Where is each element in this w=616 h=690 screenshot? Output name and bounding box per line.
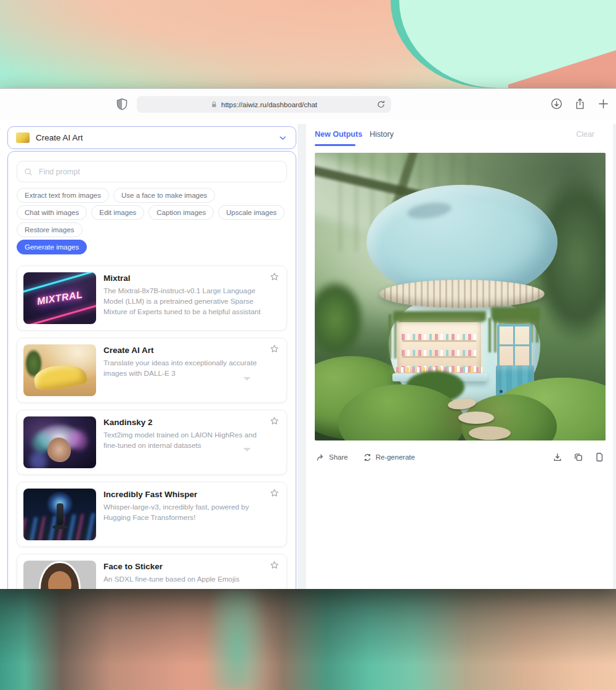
address-bar[interactable]: https://aiwiz.ru/dashboard/chat bbox=[137, 96, 391, 113]
favorite-star-icon[interactable] bbox=[269, 416, 280, 426]
list-notch bbox=[243, 377, 251, 381]
copy-icon[interactable] bbox=[573, 452, 583, 463]
share-label: Share bbox=[329, 453, 348, 461]
shelf bbox=[402, 356, 476, 358]
prompt-search[interactable] bbox=[17, 161, 287, 182]
share-button[interactable]: Share bbox=[316, 453, 348, 462]
panel-divider bbox=[298, 124, 306, 589]
clear-button[interactable]: Clear bbox=[576, 130, 594, 139]
left-leaves bbox=[315, 279, 365, 359]
model-thumbnail bbox=[23, 416, 96, 468]
hanging-plant bbox=[530, 314, 541, 343]
privacy-shield-icon[interactable] bbox=[115, 97, 129, 112]
output-actions: Share Re-generate bbox=[316, 450, 604, 464]
new-tab-plus-icon[interactable] bbox=[596, 97, 610, 110]
model-thumbnail: MIXTRAL bbox=[23, 272, 96, 324]
screen: https://aiwiz.ru/dashboard/chat bbox=[0, 0, 616, 690]
favorite-star-icon[interactable] bbox=[269, 488, 280, 498]
model-name: Kandinsky 2 bbox=[103, 418, 270, 427]
primary-chip-row: Generate images bbox=[17, 240, 287, 254]
regenerate-button[interactable]: Re-generate bbox=[363, 453, 415, 462]
tab-new-outputs[interactable]: New Outputs bbox=[315, 130, 362, 139]
outputs-panel: New Outputs History Clear bbox=[306, 120, 613, 589]
model-info: Face to Sticker An SDXL fine-tune based … bbox=[103, 561, 249, 589]
selected-model-thumbnail bbox=[16, 132, 30, 143]
filter-chips: Extract text from imagesUse a face to ma… bbox=[17, 188, 287, 237]
model-name: Mixtral bbox=[103, 274, 270, 283]
reload-icon[interactable] bbox=[376, 100, 386, 109]
selected-model-label: Create AI Art bbox=[36, 133, 272, 142]
filter-chip-active[interactable]: Generate images bbox=[17, 240, 87, 254]
right-edge-strip bbox=[613, 124, 616, 589]
chevron-down-icon bbox=[278, 133, 288, 143]
filter-chip[interactable]: Caption images bbox=[148, 205, 214, 220]
model-description: An SDXL fine-tune based on Apple Emojis bbox=[103, 574, 240, 585]
share-arrow-icon bbox=[316, 453, 325, 462]
list-notch bbox=[243, 448, 251, 452]
active-tab-underline bbox=[315, 144, 355, 146]
model-thumbnail bbox=[23, 344, 96, 396]
door-window bbox=[497, 324, 532, 368]
shelf-products bbox=[402, 350, 477, 356]
model-description: Whisper-large-v3, incredibly fast, power… bbox=[103, 502, 270, 523]
filter-chip[interactable]: Chat with images bbox=[17, 205, 87, 220]
thumbnail-text bbox=[23, 344, 96, 396]
door-knob bbox=[500, 390, 503, 393]
document-icon[interactable] bbox=[594, 452, 604, 463]
url-text: https://aiwiz.ru/dashboard/chat bbox=[221, 101, 317, 108]
model-card[interactable]: Face to Sticker An SDXL fine-tune based … bbox=[17, 554, 287, 589]
prompt-panel: Extract text from imagesUse a face to ma… bbox=[7, 151, 296, 589]
thumbnail-text bbox=[23, 416, 96, 468]
favorite-star-icon[interactable] bbox=[269, 344, 280, 354]
model-thumbnail bbox=[23, 489, 96, 540]
mushroom-gills bbox=[379, 280, 545, 308]
shelf-products bbox=[402, 334, 477, 340]
model-description: Translate your ideas into exceptionally … bbox=[103, 358, 270, 379]
shelf bbox=[402, 340, 476, 342]
model-card[interactable]: Incredibly Fast Whisper Whisper-large-v3… bbox=[17, 482, 287, 547]
filter-chip[interactable]: Use a face to make images bbox=[113, 188, 215, 203]
model-thumbnail bbox=[23, 561, 96, 589]
model-info: Mixtral The Mixtral-8x7B-instruct-v0.1 L… bbox=[103, 272, 280, 324]
refresh-icon bbox=[363, 453, 372, 462]
search-input[interactable] bbox=[38, 167, 280, 177]
downloads-icon[interactable] bbox=[549, 97, 563, 110]
browser-toolbar: https://aiwiz.ru/dashboard/chat bbox=[0, 89, 616, 120]
browser-window: https://aiwiz.ru/dashboard/chat bbox=[0, 88, 616, 589]
toolbar-right-icons bbox=[549, 97, 610, 110]
model-card[interactable]: Create AI Art Translate your ideas into … bbox=[17, 338, 287, 403]
lock-icon bbox=[211, 100, 217, 108]
download-icon[interactable] bbox=[552, 452, 562, 463]
model-info: Kandinsky 2 Text2img model trained on LA… bbox=[103, 416, 280, 468]
thumbnail-text bbox=[23, 489, 96, 540]
model-card[interactable]: Kandinsky 2 Text2img model trained on LA… bbox=[17, 410, 287, 475]
tab-history[interactable]: History bbox=[370, 130, 394, 139]
filter-chip[interactable]: Extract text from images bbox=[17, 188, 109, 203]
path-stone bbox=[458, 412, 494, 424]
favorite-star-icon[interactable] bbox=[269, 272, 280, 282]
model-card[interactable]: MIXTRAL Mixtral The Mixtral-8x7B-instruc… bbox=[17, 266, 287, 331]
filter-chip[interactable]: Upscale images bbox=[218, 205, 285, 220]
model-name: Face to Sticker bbox=[103, 562, 240, 571]
wallpaper-bottom bbox=[0, 588, 616, 690]
search-icon bbox=[24, 168, 33, 176]
share-sheet-icon[interactable] bbox=[573, 97, 586, 110]
model-selector-dropdown[interactable]: Create AI Art bbox=[7, 126, 296, 149]
favorite-star-icon[interactable] bbox=[269, 560, 280, 570]
generated-image bbox=[315, 153, 606, 440]
filter-chip[interactable]: Edit images bbox=[91, 205, 144, 220]
model-name: Incredibly Fast Whisper bbox=[103, 490, 270, 499]
wallpaper-top bbox=[0, 0, 616, 88]
path-stone bbox=[469, 426, 511, 440]
thumbnail-text bbox=[23, 561, 96, 589]
model-description: The Mixtral-8x7B-instruct-v0.1 Large Lan… bbox=[103, 286, 270, 317]
regenerate-label: Re-generate bbox=[376, 453, 415, 461]
model-name: Create AI Art bbox=[103, 346, 270, 355]
output-icon-group bbox=[552, 452, 604, 463]
model-info: Incredibly Fast Whisper Whisper-large-v3… bbox=[103, 489, 280, 540]
model-list: MIXTRAL Mixtral The Mixtral-8x7B-instruc… bbox=[17, 266, 287, 589]
filter-chip[interactable]: Restore images bbox=[17, 222, 83, 237]
thumbnail-text: MIXTRAL bbox=[23, 272, 96, 324]
model-info: Create AI Art Translate your ideas into … bbox=[103, 344, 280, 396]
